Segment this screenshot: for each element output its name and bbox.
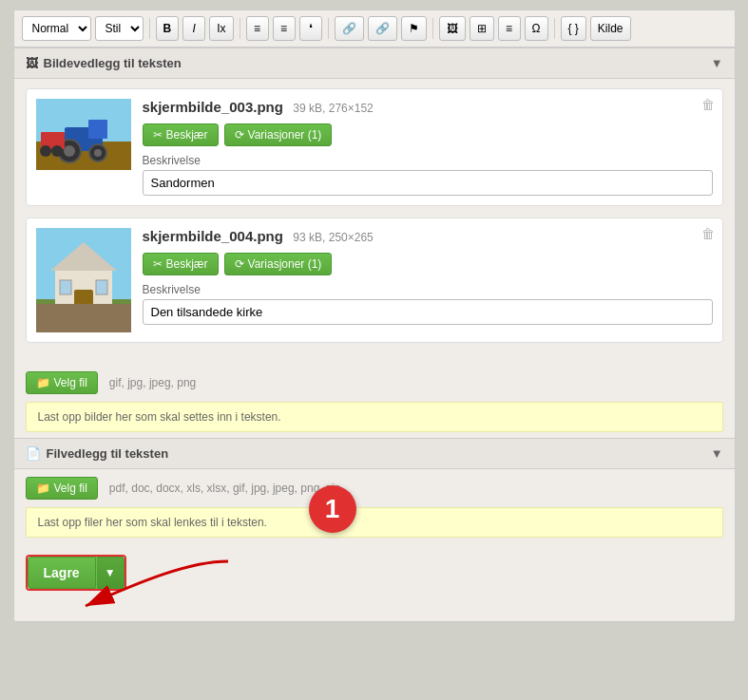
source-button[interactable]: Kilde xyxy=(590,16,631,41)
image-info-1: skjermbilde_003.png 39 kB, 276×152 ✂ Bes… xyxy=(143,99,713,196)
style-select[interactable]: Stil xyxy=(95,16,144,41)
image-meta-2: 93 kB, 250×265 xyxy=(293,231,373,244)
image-meta-1: 39 kB, 276×152 xyxy=(293,102,373,115)
variants-button-2[interactable]: ⟳ Variasjoner (1) xyxy=(224,253,333,275)
unordered-list-button[interactable]: ≡ xyxy=(273,16,296,41)
delete-icon-2[interactable]: 🗑 xyxy=(701,226,715,241)
image-thumb-2 xyxy=(36,228,131,332)
image-card-1: 🗑 skjermbilde_003.png xyxy=(26,88,723,206)
special-char-button[interactable]: Ω xyxy=(525,16,548,41)
quote-button[interactable]: ❛ xyxy=(299,16,322,41)
italic-button[interactable]: I xyxy=(182,16,205,41)
file-upload-area: 📁 Velg fil pdf, doc, docx, xls, xlsx, gi… xyxy=(14,469,735,507)
link2-button[interactable]: 🔗 xyxy=(368,16,397,41)
image-upload-hint: gif, jpg, jpeg, png xyxy=(109,376,196,389)
folder-icon-file: 📁 xyxy=(36,482,50,495)
image-section-title: Bildevedlegg til teksten xyxy=(44,56,182,70)
annotation-arrow xyxy=(67,557,238,614)
delete-icon-1[interactable]: 🗑 xyxy=(701,97,715,112)
image-button[interactable]: 🖼 xyxy=(439,16,466,41)
svg-rect-18 xyxy=(36,304,131,332)
image-upload-notice: Last opp bilder her som skal settes inn … xyxy=(26,402,723,432)
description-input-2[interactable] xyxy=(143,299,713,325)
description-input-1[interactable] xyxy=(143,170,713,196)
variants-icon-2: ⟳ xyxy=(235,257,244,271)
image-actions-1: ✂ Beskjær ⟳ Variasjoner (1) xyxy=(143,123,713,146)
svg-rect-16 xyxy=(60,280,71,294)
separator-2 xyxy=(240,18,240,39)
table-button[interactable]: ⊞ xyxy=(470,16,494,41)
image-content-area: 🗑 skjermbilde_003.png xyxy=(14,79,735,364)
image-info-2: skjermbilde_004.png 93 kB, 250×265 ✂ Bes… xyxy=(143,228,713,332)
svg-point-7 xyxy=(94,149,102,157)
separator-1 xyxy=(149,18,150,39)
align-button[interactable]: ≡ xyxy=(498,16,521,41)
file-section-icon: 📄 xyxy=(26,446,41,461)
editor-toolbar: Normal Stil B I Ix ≡ ≡ ❛ 🔗 🔗 ⚑ 🖼 ⊞ ≡ Ω {… xyxy=(14,10,735,47)
svg-rect-17 xyxy=(96,280,107,294)
description-label-1: Beskrivelse xyxy=(143,154,713,167)
image-thumb-1 xyxy=(36,99,131,170)
separator-4 xyxy=(432,18,433,39)
file-section-chevron: ▼ xyxy=(711,446,723,461)
separator-3 xyxy=(328,18,329,39)
scissors-icon-1: ✂ xyxy=(153,128,163,142)
svg-point-10 xyxy=(51,145,63,157)
description-label-2: Beskrivelse xyxy=(143,283,713,296)
image-section-icon: 🖼 xyxy=(26,56,38,70)
ordered-list-button[interactable]: ≡ xyxy=(246,16,269,41)
variants-icon-1: ⟳ xyxy=(235,128,244,142)
flag-button[interactable]: ⚑ xyxy=(401,16,427,41)
link-button[interactable]: 🔗 xyxy=(335,16,364,41)
file-section-header[interactable]: 📄 Filvedlegg til teksten ▼ xyxy=(14,438,735,469)
image-name-1: skjermbilde_003.png xyxy=(143,99,283,115)
file-section-title: Filvedlegg til teksten xyxy=(47,446,169,461)
image-section-chevron: ▼ xyxy=(711,56,723,70)
image-name-2: skjermbilde_004.png xyxy=(143,228,283,244)
svg-point-5 xyxy=(64,145,75,157)
format-select[interactable]: Normal xyxy=(22,16,91,41)
image-actions-2: ✂ Beskjær ⟳ Variasjoner (1) xyxy=(143,253,713,275)
image-upload-button[interactable]: 📁 Velg fil xyxy=(26,371,98,394)
image-upload-area: 📁 Velg fil gif, jpg, jpeg, png xyxy=(14,364,735,402)
scissors-icon-2: ✂ xyxy=(153,257,163,271)
image-section-header[interactable]: 🖼 Bildevedlegg til teksten ▼ xyxy=(14,47,735,79)
svg-point-9 xyxy=(40,145,51,157)
annotation-badge-1: 1 xyxy=(309,485,356,533)
separator-5 xyxy=(554,18,555,39)
variants-button-1[interactable]: ⟳ Variasjoner (1) xyxy=(224,123,333,146)
code-block-button[interactable]: { } xyxy=(561,16,586,41)
bold-button[interactable]: B xyxy=(156,16,180,41)
crop-button-2[interactable]: ✂ Beskjær xyxy=(143,253,219,275)
svg-rect-3 xyxy=(88,120,107,139)
file-upload-hint: pdf, doc, docx, xls, xlsx, gif, jpg, jpe… xyxy=(109,482,340,495)
file-upload-button[interactable]: 📁 Velg fil xyxy=(26,477,98,500)
file-upload-notice: Last opp filer her som skal lenkes til i… xyxy=(26,507,723,538)
strikethrough-button[interactable]: Ix xyxy=(209,16,233,41)
image-card-2: 🗑 skjermbilde_004.png 93 xyxy=(26,218,723,343)
folder-icon-image: 📁 xyxy=(36,376,50,389)
crop-button-1[interactable]: ✂ Beskjær xyxy=(143,123,219,146)
